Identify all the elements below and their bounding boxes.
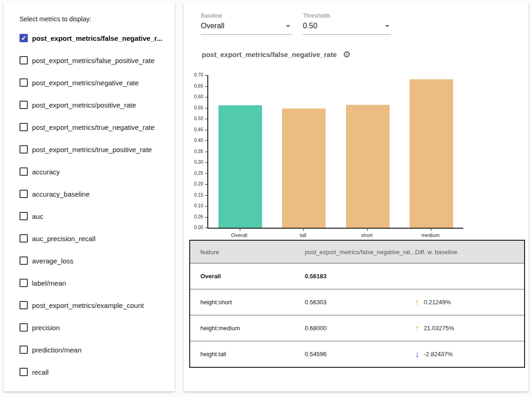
- bar-tall[interactable]: [282, 109, 326, 228]
- baseline-select[interactable]: Baseline Overall: [201, 13, 292, 35]
- diff-percentage: 21.03275%: [424, 325, 455, 332]
- diff-indicator: ↑0.21249%: [415, 298, 524, 307]
- table-row-height:medium[interactable]: height:medium0.68000↑21.03275%: [190, 315, 525, 341]
- table-row-height:short[interactable]: height:short0.56303↑0.21249%: [190, 289, 525, 315]
- metric-checkbox-item-2[interactable]: post_export_metrics/negative_rate: [4, 71, 175, 94]
- checkbox-unchecked-icon[interactable]: [19, 301, 28, 309]
- thresholds-select[interactable]: Thresholds 0.50: [303, 13, 391, 35]
- checkbox-unchecked-icon[interactable]: [19, 346, 28, 354]
- checkbox-unchecked-icon[interactable]: [19, 190, 28, 198]
- metric-checkbox-item-13[interactable]: precision: [4, 316, 175, 339]
- metric-checkbox-item-5[interactable]: post_export_metrics/true_positive_rate: [4, 138, 175, 160]
- metric-label: prediction/mean: [32, 346, 82, 354]
- y-axis-tick-mark: [205, 97, 207, 97]
- baseline-label: Baseline: [201, 13, 292, 19]
- bar-short[interactable]: [346, 105, 390, 228]
- y-axis-tick-mark: [205, 86, 207, 87]
- metric-checkbox-item-9[interactable]: auc_precision_recall: [4, 227, 175, 250]
- baseline-value[interactable]: Overall: [201, 22, 292, 35]
- metric-label: auc: [32, 212, 43, 220]
- cell-diff-w-baseline: [415, 263, 525, 289]
- y-axis-tick-label: 0.40: [184, 138, 203, 143]
- checkbox-unchecked-icon[interactable]: [19, 101, 28, 109]
- metric-label: post_export_metrics/false_positive_rate: [32, 57, 154, 64]
- cell-metric-value: 0.54596: [304, 341, 415, 368]
- cell-metric-value: 0.56183: [304, 263, 415, 289]
- cell-feature: height:short: [190, 289, 304, 315]
- y-axis-tick-label: 0.05: [184, 215, 203, 219]
- bar-slot: [336, 105, 400, 228]
- metric-checkbox-item-12[interactable]: post_export_metrics/example_count: [4, 294, 175, 316]
- x-axis-tick-mark: [303, 229, 304, 231]
- metrics-table: featurepost_export_metrics/false_negativ…: [189, 240, 525, 368]
- cell-diff-w-baseline: ↓-2.82437%: [415, 341, 525, 368]
- thresholds-value[interactable]: 0.50: [303, 22, 391, 35]
- checkbox-unchecked-icon[interactable]: [19, 167, 28, 176]
- checkbox-unchecked-icon[interactable]: [19, 78, 28, 87]
- arrow-up-icon: ↑: [415, 324, 420, 333]
- bar-chart: 0.700.650.600.550.500.450.400.350.300.25…: [184, 72, 499, 243]
- chevron-down-icon[interactable]: [286, 25, 290, 27]
- cell-metric-value: 0.68000: [304, 315, 415, 341]
- results-panel: Baseline Overall Thresholds 0.50 post_ex…: [184, 2, 528, 391]
- bar-Overall[interactable]: [218, 105, 262, 228]
- table-row-height:tall[interactable]: height:tall0.54596↓-2.82437%: [190, 341, 525, 368]
- metric-label: post_export_metrics/true_positive_rate: [32, 146, 152, 154]
- chevron-down-icon[interactable]: [385, 25, 390, 27]
- cell-diff-w-baseline: ↑0.21249%: [415, 289, 525, 315]
- metric-checkbox-item-15[interactable]: recall: [4, 361, 175, 383]
- checkbox-unchecked-icon[interactable]: [19, 279, 28, 287]
- metric-checkbox-item-8[interactable]: auc: [4, 205, 175, 227]
- metric-checkbox-item-1[interactable]: post_export_metrics/false_positive_rate: [4, 49, 175, 71]
- y-axis-tick-label: 0.35: [184, 149, 203, 154]
- metric-checkbox-item-3[interactable]: post_export_metrics/positive_rate: [4, 94, 175, 116]
- y-axis-tick-mark: [205, 130, 207, 130]
- metric-checkbox-item-4[interactable]: post_export_metrics/true_negative_rate: [4, 116, 175, 138]
- bar-slot: [208, 105, 272, 228]
- y-axis-tick-mark: [205, 206, 207, 206]
- metric-checkbox-item-10[interactable]: average_loss: [4, 250, 175, 272]
- checkbox-unchecked-icon[interactable]: [19, 123, 28, 131]
- bar-medium[interactable]: [410, 79, 453, 228]
- y-axis-tick-label: 0.00: [184, 225, 203, 230]
- metric-label: recall: [32, 368, 49, 376]
- cell-metric-value: 0.56303: [304, 289, 415, 315]
- cell-diff-w-baseline: ↑21.03275%: [415, 315, 525, 341]
- checkbox-unchecked-icon[interactable]: [19, 256, 28, 265]
- metric-label: precision: [32, 324, 60, 332]
- checkbox-unchecked-icon[interactable]: [19, 323, 28, 332]
- metric-label: post_export_metrics/positive_rate: [32, 101, 136, 109]
- checkbox-unchecked-icon[interactable]: [19, 234, 28, 243]
- metric-label: average_loss: [32, 257, 73, 265]
- metric-label: post_export_metrics/true_negative_rate: [32, 123, 154, 131]
- chart-title-row: post_export_metrics/false_negative_rate …: [202, 50, 351, 59]
- x-axis-tick-mark: [431, 229, 431, 231]
- x-axis-tick-label: short: [335, 232, 399, 238]
- metric-label: post_export_metrics/example_count: [32, 301, 144, 309]
- y-axis-tick-label: 0.60: [184, 95, 203, 99]
- y-axis-tick-mark: [205, 119, 207, 119]
- checkbox-unchecked-icon[interactable]: [19, 145, 28, 154]
- metric-checkbox-item-7[interactable]: accuracy_baseline: [4, 183, 175, 205]
- y-axis-tick-label: 0.65: [184, 84, 203, 89]
- diff-percentage: -2.82437%: [424, 351, 453, 358]
- checkbox-checked-icon[interactable]: ✓: [19, 34, 28, 42]
- y-axis-tick-mark: [205, 75, 207, 76]
- metric-checkbox-item-14[interactable]: prediction/mean: [4, 339, 175, 361]
- x-axis-tick-label: tall: [271, 232, 335, 238]
- metric-label: post_export_metrics/false_negative_r...: [32, 34, 162, 42]
- col-header-diff: Diff. w. baseline: [415, 240, 525, 263]
- bar-slot: [400, 79, 464, 228]
- metric-label: auc_precision_recall: [32, 235, 96, 243]
- checkbox-unchecked-icon[interactable]: [19, 368, 28, 376]
- x-axis-tick-mark: [240, 229, 240, 231]
- checkbox-unchecked-icon[interactable]: [19, 56, 28, 64]
- checkbox-unchecked-icon[interactable]: [19, 212, 28, 220]
- metric-checkbox-item-6[interactable]: accuracy: [4, 160, 175, 183]
- table-row-Overall[interactable]: Overall0.56183: [190, 263, 525, 289]
- chart-plot-area: [207, 75, 463, 229]
- metric-checkbox-item-11[interactable]: label/mean: [4, 272, 175, 294]
- col-header-feature: feature: [190, 240, 304, 263]
- metric-checkbox-item-0[interactable]: ✓post_export_metrics/false_negative_r...: [4, 27, 175, 49]
- gear-icon[interactable]: ⚙: [343, 50, 351, 59]
